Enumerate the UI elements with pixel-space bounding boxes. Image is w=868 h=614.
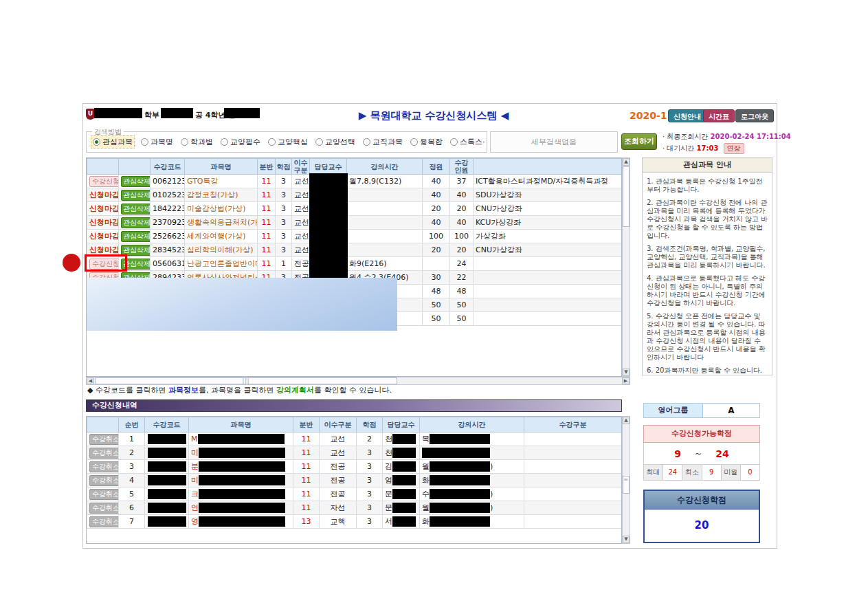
course-code-link[interactable]: 0560631: [151, 257, 185, 271]
enrollment-table-vscrollbar[interactable]: ▲ ≡ ▼: [622, 416, 630, 544]
col-category: 이수구분: [320, 417, 357, 432]
course-name-link[interactable]: 감정코칭(가상): [185, 188, 258, 202]
cancel-button[interactable]: 수강취소: [89, 475, 119, 486]
cancel-cell: 수강취소: [87, 432, 119, 446]
wait-time-label: · 대기시간: [663, 144, 694, 152]
col-professor: 담당교수: [383, 417, 420, 432]
action-cell: 신청마감: [87, 230, 119, 243]
scroll-down-icon[interactable]: ▼: [623, 369, 630, 376]
col-section: 분반: [258, 159, 276, 175]
search-option[interactable]: 교직과목: [361, 136, 404, 148]
course-name-link[interactable]: 미술감상법(가상): [185, 202, 258, 216]
col-wish: [119, 159, 151, 175]
search-option[interactable]: 학과별: [179, 136, 214, 148]
scroll-up-icon[interactable]: ▲: [623, 158, 630, 166]
enrollment-row: 수강취소3분11전공3김월): [87, 460, 622, 474]
redacted-department: [94, 108, 142, 118]
course-code-link[interactable]: 2526623: [151, 230, 185, 243]
cancel-button[interactable]: 수강취소: [89, 503, 119, 514]
course-row: 신청마감관심삭제2526623세계와여행(가상)113교선100100가상강좌: [87, 230, 622, 243]
extend-button[interactable]: 연장: [724, 143, 744, 154]
vscroll-thumb[interactable]: ≡: [623, 476, 630, 494]
wait-time-value: 17:03: [697, 144, 719, 152]
logout-button[interactable]: 로그아웃: [735, 109, 774, 122]
category-cell: 교선: [292, 175, 310, 188]
action-cell: 수강신청: [87, 175, 119, 188]
time-cell: [347, 230, 423, 243]
course-name-cell: M: [189, 432, 293, 446]
scroll-down-icon[interactable]: ▼: [623, 536, 630, 543]
cancel-button[interactable]: 수강취소: [89, 489, 119, 500]
search-option[interactable]: 융복합: [409, 136, 444, 148]
scroll-right-icon[interactable]: ▶: [622, 377, 630, 384]
vscroll-thumb[interactable]: [623, 166, 630, 227]
cancel-button[interactable]: 수강취소: [89, 448, 119, 459]
quota-cell: 40: [423, 216, 450, 230]
search-option[interactable]: 과목명: [140, 136, 175, 148]
redacted-text: [199, 503, 285, 513]
time-cell: 목: [420, 432, 524, 446]
col-code: 수강코드: [145, 417, 189, 432]
remove-wish-button[interactable]: 관심삭제: [121, 217, 151, 228]
search-option[interactable]: 스톡스·혁신교과: [449, 136, 485, 148]
course-code-link[interactable]: 0062123: [151, 175, 185, 188]
section-cell: 11: [258, 230, 276, 243]
course-name-fragment: 크: [191, 490, 199, 498]
category-cell: 전공: [320, 460, 357, 474]
credit-cell: 3: [357, 446, 383, 460]
remove-wish-button[interactable]: 관심삭제: [121, 176, 151, 187]
course-code-link[interactable]: 0102523: [151, 188, 185, 202]
section-cell: 11: [258, 188, 276, 202]
apply-guide-button[interactable]: 신청안내: [668, 109, 706, 122]
time-fragment: 월: [422, 503, 430, 512]
scroll-left-icon[interactable]: ◀: [87, 377, 94, 384]
remove-wish-button[interactable]: 관심삭제: [121, 231, 151, 242]
quota-cell: 50: [423, 298, 450, 312]
credit-cell: 3: [276, 243, 292, 257]
course-code-link[interactable]: 2370923: [151, 216, 185, 230]
remove-wish-button[interactable]: 관심삭제: [121, 190, 151, 201]
course-info-link[interactable]: 과목정보: [168, 386, 199, 395]
redacted-student-name: [224, 108, 260, 118]
course-code-cell: [145, 487, 189, 501]
remove-wish-button[interactable]: 관심삭제: [121, 204, 151, 215]
course-name-fragment: 영: [191, 517, 199, 526]
time-cell: 화: [420, 515, 524, 529]
credit-min: 9: [674, 448, 681, 459]
type-cell: [524, 487, 622, 501]
syllabus-link[interactable]: 강의계획서: [276, 386, 314, 395]
course-name-link[interactable]: 세계와여행(가상): [185, 230, 258, 243]
search-option[interactable]: 교양필수: [219, 136, 262, 148]
cancel-button[interactable]: 수강취소: [89, 434, 119, 445]
col-type: 수강구분: [524, 417, 622, 432]
course-name-link[interactable]: 심리학의이해(가상): [185, 243, 258, 257]
scroll-up-icon[interactable]: ▲: [623, 417, 630, 424]
enrolled-cell: 40: [450, 188, 474, 202]
time-cell: [347, 202, 423, 216]
section-cell: 11: [258, 243, 276, 257]
apply-button[interactable]: 수강신청: [89, 176, 119, 187]
interest-table-vscrollbar[interactable]: ▲ ▼: [622, 157, 630, 377]
detail-search-input[interactable]: 세부검색없음: [490, 131, 618, 153]
course-name-fragment: 미: [191, 476, 199, 485]
course-name-link[interactable]: 생활속의응급처치(가상: [185, 216, 258, 230]
course-code-link[interactable]: 1842223: [151, 202, 185, 216]
category-cell: 교핵: [320, 515, 357, 529]
query-button[interactable]: 조회하기: [621, 133, 657, 150]
redacted-text: [422, 448, 490, 458]
timetable-button[interactable]: 시간표: [703, 109, 735, 122]
course-name-cell: 분: [189, 460, 293, 474]
remark-cell: [474, 285, 622, 298]
course-name-link[interactable]: GTQ특강: [185, 175, 258, 188]
interest-table-hscrollbar[interactable]: ◀ ||| ▶: [86, 377, 630, 385]
course-code-link[interactable]: 2834523: [151, 243, 185, 257]
cancel-button[interactable]: 수강취소: [89, 516, 119, 527]
hscroll-thumb[interactable]: |||: [95, 377, 397, 384]
redacted-text: [148, 475, 186, 485]
search-option[interactable]: 교양핵심: [267, 136, 309, 148]
cancel-button[interactable]: 수강취소: [89, 461, 119, 472]
search-option[interactable]: 교양선택: [314, 136, 357, 148]
redacted-text: [392, 448, 416, 458]
course-name-link[interactable]: 난광고언론졸업반이다: [185, 257, 258, 271]
search-option[interactable]: 관심과목: [91, 135, 135, 149]
